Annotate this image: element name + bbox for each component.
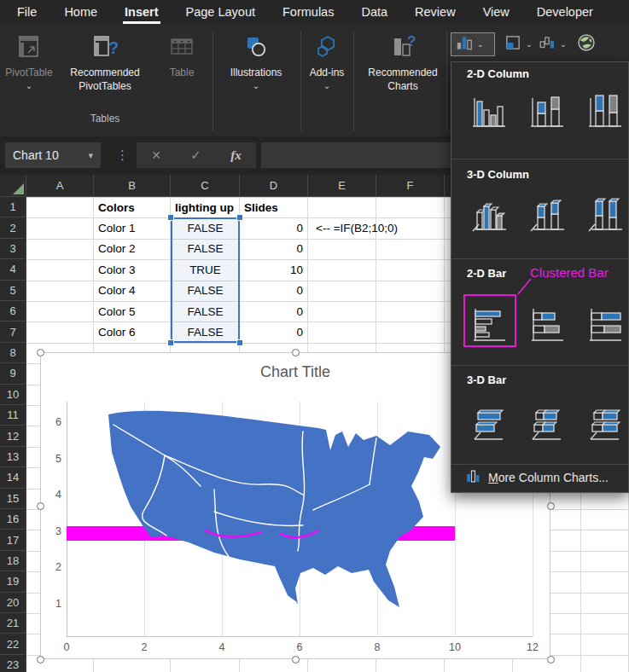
name-box[interactable]: Chart 10 ▾ bbox=[5, 142, 101, 168]
add-ins-button[interactable]: Add-ins ⌄ bbox=[304, 31, 350, 125]
selection-handle[interactable] bbox=[236, 339, 243, 346]
cell-slides-value: 0 bbox=[240, 239, 308, 259]
us-map-picture[interactable] bbox=[86, 408, 446, 623]
cell-color-name: Color 4 bbox=[94, 281, 171, 301]
table-button[interactable]: Table bbox=[157, 31, 207, 125]
column-header-D[interactable]: D bbox=[240, 175, 308, 197]
row-header-6[interactable]: 6 bbox=[0, 301, 26, 322]
tab-developer[interactable]: Developer bbox=[535, 5, 595, 24]
row-header-20[interactable]: 20 bbox=[0, 593, 26, 613]
ribbon-separator bbox=[213, 31, 213, 131]
chart-type-stacked-column[interactable] bbox=[525, 89, 568, 133]
row-header-23[interactable]: 23 bbox=[0, 655, 26, 672]
row-header-14[interactable]: 14 bbox=[0, 467, 26, 488]
selection-handle[interactable] bbox=[167, 339, 174, 346]
row-header-8[interactable]: 8 bbox=[0, 343, 26, 363]
svg-text:?: ? bbox=[108, 38, 118, 57]
tab-view[interactable]: View bbox=[481, 5, 511, 24]
svg-text:?: ? bbox=[407, 34, 416, 49]
tab-data[interactable]: Data bbox=[359, 5, 389, 24]
row-header-2[interactable]: 2 bbox=[0, 217, 26, 238]
row-header-21[interactable]: 21 bbox=[0, 613, 26, 634]
insert-hierarchy-chart-button[interactable]: ⌄ bbox=[500, 32, 533, 56]
chart-selection-handle[interactable] bbox=[37, 502, 44, 510]
chart-type-clustered-column[interactable] bbox=[467, 89, 510, 133]
row-header-4[interactable]: 4 bbox=[0, 259, 26, 280]
chart-type-3d-stacked-bar[interactable] bbox=[525, 402, 568, 446]
chart-type-100-stacked-column[interactable] bbox=[583, 89, 626, 133]
name-box-dropdown-icon[interactable]: ▾ bbox=[88, 150, 93, 161]
recommended-charts-button[interactable]: ? Recommended Charts bbox=[358, 31, 448, 125]
illustrations-button[interactable]: Illustrations ⌄ bbox=[217, 31, 295, 125]
row-header-9[interactable]: 9 bbox=[0, 363, 26, 384]
row-header-13[interactable]: 13 bbox=[0, 447, 26, 467]
cell-color-name: Color 2 bbox=[94, 239, 171, 259]
menu-section-title: 2-D Bar bbox=[467, 267, 506, 280]
chart-type-3d-clustered-bar[interactable] bbox=[467, 402, 510, 446]
illustrations-icon bbox=[243, 31, 269, 63]
pivottable-button[interactable]: PivotTable ⌄ bbox=[3, 31, 55, 125]
row-header-12[interactable]: 12 bbox=[0, 426, 26, 446]
chart-type-100-stacked-bar[interactable] bbox=[583, 302, 626, 346]
chart-x-tick-label: 12 bbox=[520, 641, 545, 653]
column-header-B[interactable]: B bbox=[94, 175, 171, 197]
chart-y-tick-label: 2 bbox=[43, 561, 61, 573]
row-header-1[interactable]: 1 bbox=[0, 197, 26, 217]
chart-x-tick-label: 0 bbox=[54, 641, 79, 653]
ribbon-separator bbox=[353, 31, 354, 131]
chart-y-axis-line bbox=[67, 402, 67, 636]
column-header-A[interactable]: A bbox=[26, 175, 94, 197]
pivottable-icon bbox=[16, 31, 42, 63]
row-header-18[interactable]: 18 bbox=[0, 551, 26, 571]
row-header-7[interactable]: 7 bbox=[0, 322, 26, 342]
select-all-corner[interactable] bbox=[0, 175, 26, 197]
chart-selection-handle[interactable] bbox=[37, 656, 44, 663]
chart-x-tick-label: 8 bbox=[364, 641, 390, 653]
tab-page-layout[interactable]: Page Layout bbox=[184, 5, 257, 24]
row-header-3[interactable]: 3 bbox=[0, 239, 26, 259]
row-header-19[interactable]: 19 bbox=[0, 571, 26, 592]
insert-column-chart-button[interactable]: ⌄ bbox=[451, 32, 495, 56]
insert-waterfall-chart-button[interactable]: ⌄ bbox=[534, 32, 570, 56]
cell-slides-value: 0 bbox=[240, 301, 308, 322]
chart-type-3d-100-stacked-column[interactable] bbox=[583, 193, 626, 237]
chart-type-stacked-bar[interactable] bbox=[525, 302, 568, 346]
chart-type-3d-100-stacked-bar[interactable] bbox=[583, 402, 626, 446]
column-header-E[interactable]: E bbox=[308, 175, 376, 197]
cell-slides-value: 0 bbox=[240, 217, 308, 238]
tab-review[interactable]: Review bbox=[413, 5, 457, 24]
chart-selection-handle[interactable] bbox=[547, 502, 555, 510]
row-header-16[interactable]: 16 bbox=[0, 509, 26, 530]
more-column-charts-item[interactable]: More Column Charts... bbox=[465, 468, 609, 486]
chart-type-3d-clustered-column[interactable] bbox=[467, 193, 510, 237]
chart-x-tick-label: 6 bbox=[287, 641, 312, 653]
recommended-pivottables-button[interactable]: ? Recommended PivotTables bbox=[55, 31, 155, 125]
menu-section-title: 2-D Column bbox=[467, 67, 529, 80]
tab-formulas[interactable]: Formulas bbox=[281, 5, 335, 24]
chart-selection-handle[interactable] bbox=[292, 349, 300, 356]
row-header-5[interactable]: 5 bbox=[0, 281, 26, 301]
selection-handle[interactable] bbox=[236, 214, 243, 221]
row-header-22[interactable]: 22 bbox=[0, 634, 26, 654]
chart-selection-handle[interactable] bbox=[292, 656, 300, 663]
column-header-F[interactable]: F bbox=[376, 175, 445, 197]
maps-globe-button[interactable] bbox=[574, 32, 611, 56]
tab-insert[interactable]: Insert bbox=[123, 5, 160, 24]
cancel-icon[interactable]: ✕ bbox=[151, 148, 161, 162]
insert-function-icon[interactable]: fx bbox=[230, 148, 242, 163]
selection-handle[interactable] bbox=[167, 214, 174, 221]
row-header-11[interactable]: 11 bbox=[0, 405, 26, 426]
row-header-10[interactable]: 10 bbox=[0, 385, 26, 405]
chart-type-3d-stacked-column[interactable] bbox=[525, 193, 568, 237]
cell-slides-value: 0 bbox=[240, 281, 308, 301]
enter-icon[interactable]: ✓ bbox=[190, 148, 201, 163]
column-header-C[interactable]: C bbox=[171, 175, 240, 197]
selection-range-C2:C7[interactable] bbox=[171, 217, 240, 342]
cell-header: Slides bbox=[240, 197, 308, 217]
chart-selection-handle[interactable] bbox=[37, 349, 44, 356]
tab-home[interactable]: Home bbox=[62, 5, 99, 24]
tab-file[interactable]: File bbox=[15, 5, 38, 24]
row-header-17[interactable]: 17 bbox=[0, 530, 26, 550]
chart-selection-handle[interactable] bbox=[547, 656, 555, 663]
row-header-15[interactable]: 15 bbox=[0, 489, 26, 509]
